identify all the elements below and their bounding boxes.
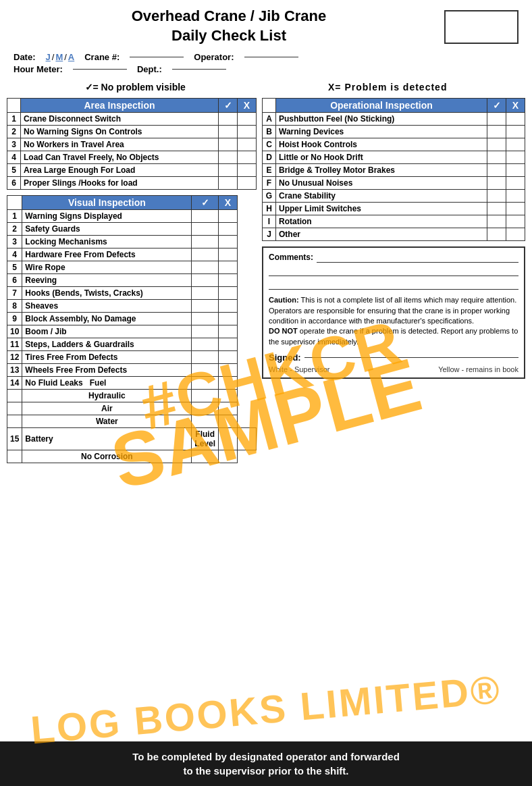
visual-row-x[interactable] (219, 450, 238, 463)
op-row-check[interactable] (487, 177, 506, 190)
visual-row-check[interactable] (192, 210, 219, 223)
dept-value[interactable] (172, 69, 226, 70)
visual-row-check[interactable] (192, 300, 219, 313)
visual-row-x[interactable] (219, 300, 238, 313)
op-row-x[interactable] (506, 138, 525, 151)
visual-row-check[interactable] (192, 223, 219, 236)
area-row-check[interactable] (219, 138, 238, 151)
visual-row-check[interactable] (192, 364, 219, 377)
hour-meter-value[interactable] (73, 69, 127, 70)
copy-info: White - Supervisor Yellow - remains in b… (269, 365, 518, 373)
visual-row-x[interactable] (219, 402, 238, 415)
visual-row-check[interactable] (192, 390, 219, 402)
op-row-check[interactable] (487, 126, 506, 138)
op-row-check[interactable] (487, 113, 506, 126)
op-row-check[interactable] (487, 203, 506, 215)
op-row-check[interactable] (487, 164, 506, 177)
visual-row: 8 Sheaves (7, 300, 257, 313)
op-row-x[interactable] (506, 215, 525, 228)
op-row-x[interactable] (506, 203, 525, 215)
visual-row-x[interactable] (219, 313, 238, 325)
visual-row-check[interactable] (192, 261, 219, 274)
visual-row-check[interactable] (192, 274, 219, 287)
op-row-check[interactable] (487, 138, 506, 151)
area-row-check[interactable] (219, 113, 238, 126)
visual-row-x[interactable] (219, 248, 238, 261)
op-row-check[interactable] (487, 190, 506, 203)
area-row-x[interactable] (238, 151, 257, 164)
op-row: B Warning Devices (263, 126, 525, 138)
op-row-x[interactable] (506, 126, 525, 138)
op-row-x[interactable] (506, 228, 525, 241)
area-row-x[interactable] (238, 164, 257, 177)
visual-row-check[interactable] (192, 377, 219, 390)
visual-row-num: 11 (7, 338, 22, 351)
area-row-x[interactable] (238, 177, 257, 190)
area-row-check[interactable] (219, 164, 238, 177)
crane-value[interactable] (130, 57, 184, 57)
visual-row-check[interactable] (192, 415, 219, 428)
operator-value[interactable] (244, 57, 298, 57)
visual-row-check[interactable] (192, 325, 219, 338)
area-row-x[interactable] (238, 138, 257, 151)
visual-row-num: 5 (7, 261, 22, 274)
comments-field-1[interactable] (317, 252, 518, 263)
visual-row-check[interactable] (192, 287, 219, 300)
visual-row-x[interactable] (219, 338, 238, 351)
visual-row-x[interactable] (238, 428, 257, 450)
date-j: J (46, 52, 51, 62)
area-row-x[interactable] (238, 126, 257, 138)
op-row-x[interactable] (506, 151, 525, 164)
comments-field-2[interactable] (269, 265, 518, 276)
op-row-num: J (263, 228, 276, 241)
visual-row-x[interactable] (219, 377, 238, 390)
visual-row-x[interactable] (219, 236, 238, 248)
visual-row-x[interactable] (219, 223, 238, 236)
op-row-label: Crane Stability (276, 190, 487, 203)
comments-label: Comments: (269, 253, 313, 262)
op-row-x[interactable] (506, 164, 525, 177)
visual-row-check[interactable] (192, 351, 219, 364)
dept-label: Dept.: (137, 64, 162, 74)
op-x-header: X (506, 99, 525, 113)
op-row: F No Unusual Noises (263, 177, 525, 190)
op-row-x[interactable] (506, 177, 525, 190)
visual-row-x[interactable] (219, 390, 238, 402)
op-row-check[interactable] (487, 228, 506, 241)
visual-row-check[interactable] (192, 338, 219, 351)
visual-row-check[interactable] (192, 450, 219, 463)
visual-row-num (7, 450, 22, 463)
visual-row-check[interactable] (192, 402, 219, 415)
op-row-check[interactable] (487, 151, 506, 164)
visual-row-x[interactable] (219, 274, 238, 287)
visual-row-x[interactable] (219, 210, 238, 223)
comments-field-3[interactable] (269, 279, 518, 290)
visual-row-x[interactable] (219, 415, 238, 428)
visual-row-x[interactable] (219, 325, 238, 338)
visual-row-sub2: Fluid Level (192, 428, 219, 450)
visual-row-check[interactable] (192, 248, 219, 261)
op-check-header: ✓ (487, 99, 506, 113)
area-title-header: Area Inspection (21, 99, 219, 113)
visual-row-check[interactable] (219, 428, 238, 450)
visual-row-label: Safety Guards (22, 223, 192, 236)
area-row-check[interactable] (219, 151, 238, 164)
visual-row-x[interactable] (219, 351, 238, 364)
visual-row-sub: Hydraulic (22, 390, 192, 402)
header-box (444, 10, 518, 44)
area-row-x[interactable] (238, 113, 257, 126)
op-row: E Bridge & Trolley Motor Brakes (263, 164, 525, 177)
op-row-label: Upper Limit Switches (276, 203, 487, 215)
signed-field[interactable] (304, 357, 518, 358)
visual-row-x[interactable] (219, 364, 238, 377)
visual-row-x[interactable] (219, 261, 238, 274)
visual-row-check[interactable] (192, 236, 219, 248)
visual-row-check[interactable] (192, 313, 219, 325)
area-row-check[interactable] (219, 177, 238, 190)
area-row-check[interactable] (219, 126, 238, 138)
main-content: Area Inspection ✓ X 1 Crane Disconnect S… (0, 95, 532, 741)
op-row-x[interactable] (506, 190, 525, 203)
op-row-x[interactable] (506, 113, 525, 126)
op-row-check[interactable] (487, 215, 506, 228)
visual-row-x[interactable] (219, 287, 238, 300)
